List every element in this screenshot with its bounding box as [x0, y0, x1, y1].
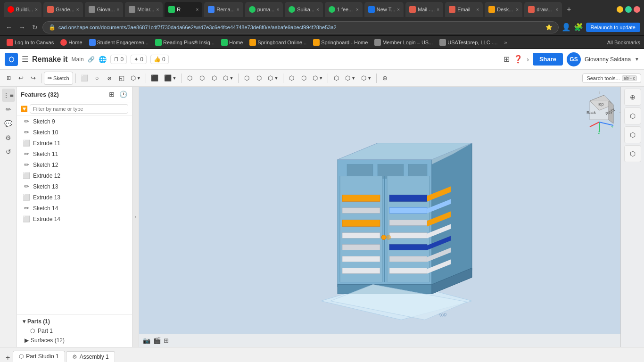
bookmark-student[interactable]: Student Engagemen...: [86, 38, 151, 47]
feature-sketch-10[interactable]: ✏ Sketch 10: [17, 127, 132, 138]
tab-suika[interactable]: Suika... ×: [285, 2, 323, 17]
relaunch-button[interactable]: Relaunch to update: [586, 23, 640, 32]
tab-1feet[interactable]: 1 fee... ×: [325, 2, 363, 17]
assembly-icon[interactable]: ⚙: [2, 131, 15, 144]
new-tab-button[interactable]: +: [564, 5, 574, 14]
viewport[interactable]: Top: [139, 87, 644, 347]
feature-extrude-11[interactable]: ⬜ Extrude 11: [17, 138, 132, 148]
feature-tree-button[interactable]: ⊞: [3, 72, 14, 85]
add-tab-button[interactable]: +: [4, 354, 12, 362]
mirror-button[interactable]: ⬡: [208, 72, 220, 85]
search-tools-button[interactable]: Search tools... alt/~ c: [582, 74, 641, 83]
section-view-button[interactable]: ⬡: [298, 72, 309, 85]
address-bar[interactable]: 🔒 cad.onshape.com/documents/3ae86871cdf7…: [42, 21, 559, 33]
more-bookmarks[interactable]: »: [502, 39, 510, 46]
features-clock-icon[interactable]: 🕐: [118, 90, 128, 99]
bookmark-member-login[interactable]: Member Login – US...: [372, 38, 436, 47]
pattern-button[interactable]: ⬡: [253, 72, 264, 85]
bookmark-springboard-home[interactable]: Springboard - Home: [310, 38, 371, 47]
grid-view-icon[interactable]: ⊞: [504, 55, 510, 64]
comment-icon[interactable]: 💬: [2, 117, 15, 130]
tab-yt[interactable]: Buildi... ×: [4, 2, 41, 17]
onshape-logo-icon[interactable]: ⬡: [5, 53, 18, 66]
extrude-alt-button[interactable]: ⬛▼: [162, 72, 179, 85]
extensions-icon[interactable]: 🧩: [574, 23, 583, 32]
panel-collapse-handle[interactable]: ‹: [132, 87, 139, 347]
bookmark-springboard-online[interactable]: Springboard Online...: [247, 38, 309, 47]
bookmark-home1[interactable]: Home: [58, 38, 85, 47]
tab-new[interactable]: New T... ×: [364, 2, 404, 17]
construction-button[interactable]: ⬜: [78, 72, 91, 85]
bookmark-canvas[interactable]: Log In to Canvas: [4, 38, 57, 47]
view-orientation-button[interactable]: ⬡▼: [343, 72, 358, 85]
extrude-button[interactable]: ⬛: [149, 72, 161, 85]
fit-button[interactable]: ⊕: [379, 72, 390, 85]
parts-header[interactable]: ▾ Parts (1): [21, 317, 128, 326]
tab-draw[interactable]: draw... ×: [524, 2, 562, 17]
close-button[interactable]: [634, 6, 640, 13]
shell-button[interactable]: ⬡▼: [221, 72, 236, 85]
feature-sketch-11[interactable]: ✏ Sketch 11: [17, 148, 132, 159]
tab-grades[interactable]: Grade... ×: [43, 2, 83, 17]
likes-counter[interactable]: 👍 0: [150, 55, 169, 64]
offset-button[interactable]: ⬡▼: [128, 72, 143, 85]
plane-button[interactable]: ◱: [116, 72, 127, 85]
history-icon[interactable]: ↺: [2, 145, 15, 158]
notifications-counter[interactable]: ✦ 0: [131, 55, 147, 64]
sketch-button[interactable]: ✏ Sketch: [44, 72, 73, 85]
features-layout-icon[interactable]: ⊞: [108, 90, 116, 99]
feature-sketch-14[interactable]: ✏ Sketch 14: [17, 203, 132, 214]
connector-button[interactable]: ⌀: [104, 72, 115, 85]
assembly-button[interactable]: ⬡: [286, 72, 297, 85]
measure-button[interactable]: ⬡▼: [265, 72, 281, 85]
tab-puma[interactable]: puma... ×: [245, 2, 283, 17]
help-icon[interactable]: ❓: [513, 55, 523, 64]
chevron-help-icon[interactable]: ›: [527, 56, 529, 63]
all-bookmarks-folder[interactable]: All Bookmarks: [607, 40, 640, 45]
redo-button[interactable]: ↪: [27, 72, 39, 85]
globe-icon[interactable]: 🌐: [99, 56, 107, 63]
drawing-button[interactable]: ⬡▼: [359, 72, 374, 85]
section-view-button[interactable]: ⬡: [624, 107, 641, 124]
bookmark-home2[interactable]: Home: [218, 38, 246, 47]
tab-mail[interactable]: Mail -... ×: [405, 2, 443, 17]
feature-tree-icon[interactable]: ⋮≡: [2, 89, 15, 102]
feature-extrude-13[interactable]: ⬜ Extrude 13: [17, 192, 132, 203]
tab-onshape[interactable]: R ×: [165, 2, 202, 17]
pencil-icon[interactable]: ✏: [2, 103, 15, 116]
bookmark-reading[interactable]: Reading Plus® Insig...: [152, 38, 217, 47]
grid-icon[interactable]: ⊞: [164, 337, 169, 344]
tab-desk[interactable]: Desk... ×: [485, 2, 522, 17]
undo-button[interactable]: ↩: [15, 72, 26, 85]
tab-giovanny[interactable]: Giova... ×: [85, 2, 124, 17]
reload-button[interactable]: ↻: [30, 24, 40, 31]
feature-extrude-12[interactable]: ⬜ Extrude 12: [17, 170, 132, 181]
user-name[interactable]: Giovanny Saldana: [585, 56, 631, 63]
fillet-button[interactable]: ⬡: [196, 72, 207, 85]
camera-icon[interactable]: 📷: [143, 337, 150, 344]
share-button[interactable]: Share: [533, 53, 563, 66]
comments-counter[interactable]: 🗒 0: [110, 55, 127, 64]
feature-extrude-14[interactable]: ⬜ Extrude 14: [17, 214, 132, 224]
forward-button[interactable]: →: [17, 24, 27, 31]
revolve-button[interactable]: ⬡: [184, 72, 195, 85]
tab-email[interactable]: Email ×: [445, 2, 483, 17]
bookmark-usatestprep[interactable]: USATestprep, LLC -...: [437, 38, 500, 47]
feature-sketch-13[interactable]: ✏ Sketch 13: [17, 181, 132, 192]
render-button[interactable]: ⬡: [330, 72, 342, 85]
feature-sketch-12[interactable]: ✏ Sketch 12: [17, 159, 132, 170]
zoom-fit-button[interactable]: ⊕: [624, 89, 641, 106]
menu-button[interactable]: ☰: [22, 55, 28, 64]
link-icon[interactable]: 🔗: [88, 56, 95, 63]
navigation-cube[interactable]: Top Back Right Z Y: [578, 91, 616, 129]
scene-icon[interactable]: 🎬: [153, 337, 161, 344]
tab-remark[interactable]: Rema... ×: [204, 2, 243, 17]
back-button[interactable]: ←: [4, 24, 14, 31]
tab-part-studio-1[interactable]: ⬡ Part Studio 1: [13, 351, 65, 362]
analysis-button[interactable]: ⬡▼: [310, 72, 325, 85]
profile-icon[interactable]: 👤: [561, 23, 571, 32]
tab-assembly-1[interactable]: ⚙ Assembly 1: [66, 351, 115, 362]
user-avatar[interactable]: GS: [567, 52, 581, 66]
surfaces-item[interactable]: ▶ Surfaces (12): [21, 336, 128, 345]
filter-input[interactable]: [30, 104, 128, 114]
